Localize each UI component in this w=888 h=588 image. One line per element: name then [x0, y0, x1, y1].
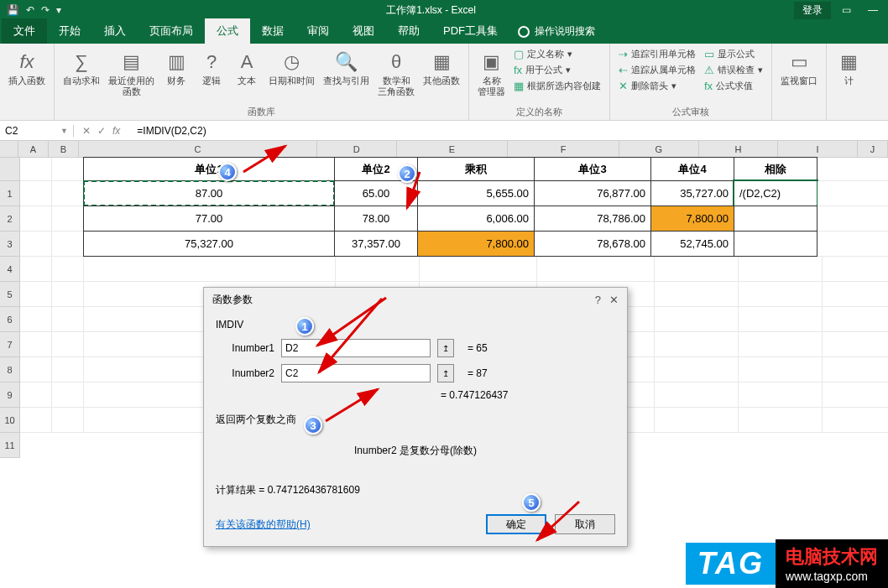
fx-button-icon[interactable]: fx	[112, 125, 120, 137]
row-header-4[interactable]: 4	[0, 257, 19, 282]
cell[interactable]	[52, 357, 84, 382]
col-header-e[interactable]: E	[397, 141, 509, 157]
cell[interactable]	[739, 282, 823, 307]
cell[interactable]	[739, 357, 823, 382]
remove-arrows-button[interactable]: ✕删除箭头 ▾	[615, 79, 699, 93]
cell-f4[interactable]: 78,678.00	[534, 231, 651, 257]
cell-c2[interactable]: 87.00	[83, 180, 335, 206]
cell[interactable]	[20, 181, 52, 206]
math-button[interactable]: θ数学和 三角函数	[374, 47, 418, 99]
cell[interactable]	[20, 257, 52, 282]
qat-dropdown-icon[interactable]: ▾	[56, 4, 61, 16]
cell[interactable]	[655, 382, 739, 408]
cancel-formula-icon[interactable]: ✕	[82, 125, 91, 137]
cell[interactable]	[817, 181, 888, 206]
row-header-6[interactable]: 6	[0, 307, 19, 332]
define-name-button[interactable]: ▢定义名称 ▾	[510, 47, 604, 61]
cell[interactable]	[52, 332, 84, 357]
cell[interactable]	[739, 257, 823, 282]
tab-layout[interactable]: 页面布局	[138, 18, 205, 44]
cell[interactable]	[739, 332, 823, 357]
cell[interactable]	[823, 307, 888, 332]
cell[interactable]	[823, 408, 888, 433]
col-header-i[interactable]: I	[778, 141, 858, 157]
cell[interactable]	[20, 382, 52, 408]
ok-button[interactable]: 确定	[486, 514, 546, 534]
minimize-icon[interactable]: —	[861, 4, 885, 16]
financial-button[interactable]: ▥财务	[159, 47, 193, 99]
dialog-close-icon[interactable]: ✕	[609, 294, 619, 306]
cell[interactable]	[20, 158, 52, 181]
cell[interactable]	[52, 158, 84, 181]
row-header-1[interactable]: 1	[0, 181, 19, 206]
cell[interactable]	[739, 307, 823, 332]
cell[interactable]	[817, 158, 888, 181]
cell[interactable]	[52, 181, 84, 206]
dialog-help-icon[interactable]: ?	[595, 294, 601, 306]
cell[interactable]	[20, 282, 52, 307]
cell-h4[interactable]	[734, 231, 817, 257]
cell[interactable]	[52, 307, 84, 332]
col-header-j[interactable]: J	[858, 141, 888, 157]
show-formulas-button[interactable]: ▭显示公式	[701, 47, 766, 61]
cell-c1[interactable]: 单位1	[83, 157, 335, 181]
cell-g2[interactable]: 35,727.00	[650, 180, 734, 206]
cell[interactable]	[52, 382, 84, 408]
tab-home[interactable]: 开始	[47, 18, 92, 44]
cell[interactable]	[817, 232, 888, 257]
cell[interactable]	[420, 257, 537, 282]
tab-data[interactable]: 数据	[250, 18, 295, 44]
cell-h2[interactable]: /(D2,C2)	[734, 180, 817, 206]
cell-e1[interactable]: 乘积	[417, 157, 535, 181]
row-header-3[interactable]: 3	[0, 232, 19, 257]
cell[interactable]	[817, 206, 888, 232]
error-check-button[interactable]: ⚠错误检查 ▾	[701, 63, 766, 77]
cell[interactable]	[655, 257, 739, 282]
cell[interactable]	[655, 357, 739, 382]
cell-f3[interactable]: 78,786.00	[534, 206, 651, 232]
cell[interactable]	[823, 382, 888, 408]
cell-e2[interactable]: 5,655.00	[417, 180, 535, 206]
ribbon-options-icon[interactable]: ▭	[834, 4, 858, 16]
redo-icon[interactable]: ↷	[41, 4, 50, 16]
cell[interactable]	[655, 307, 739, 332]
cell[interactable]	[52, 257, 84, 282]
tab-help[interactable]: 帮助	[386, 18, 431, 44]
formula-input[interactable]: =IMDIV(D2,C2)	[133, 123, 888, 138]
name-manager-button[interactable]: ▣名称 管理器	[474, 47, 509, 99]
cell-f2[interactable]: 76,877.00	[534, 180, 651, 206]
cell[interactable]	[20, 206, 52, 232]
cell-d4[interactable]: 37,357.00	[334, 231, 418, 257]
insert-function-button[interactable]: fx 插入函数	[5, 47, 49, 88]
cell[interactable]	[52, 232, 84, 257]
cell[interactable]	[20, 357, 52, 382]
recent-button[interactable]: ▤最近使用的 函数	[105, 47, 158, 99]
cell[interactable]	[20, 408, 52, 433]
use-formula-button[interactable]: fx用于公式 ▾	[510, 63, 604, 77]
row-header-11[interactable]: 11	[0, 433, 19, 458]
row-header-5[interactable]: 5	[0, 282, 19, 307]
param1-ref-button[interactable]: ↥	[437, 339, 454, 357]
cell[interactable]	[823, 257, 888, 282]
lookup-button[interactable]: 🔍查找与引用	[320, 47, 373, 99]
col-header-g[interactable]: G	[619, 141, 699, 157]
cell[interactable]	[655, 282, 739, 307]
cancel-button[interactable]: 取消	[555, 514, 615, 534]
cell-d3[interactable]: 78.00	[334, 206, 418, 232]
tab-insert[interactable]: 插入	[92, 18, 138, 44]
cell-d2[interactable]: 65.00	[334, 180, 418, 206]
cell[interactable]	[20, 307, 52, 332]
cell[interactable]	[20, 232, 52, 257]
param2-input[interactable]: C2	[281, 364, 431, 382]
col-header-d[interactable]: D	[317, 141, 397, 157]
col-header-a[interactable]: A	[18, 141, 49, 157]
autosum-button[interactable]: ∑自动求和	[60, 47, 103, 99]
cell[interactable]	[739, 382, 823, 408]
name-box-dropdown-icon[interactable]: ▼	[60, 127, 68, 135]
tab-pdf[interactable]: PDF工具集	[431, 18, 509, 44]
cell[interactable]	[20, 332, 52, 357]
cell-g1[interactable]: 单位4	[650, 157, 734, 181]
cell-g3[interactable]: 7,800.00	[650, 206, 734, 232]
more-button[interactable]: ▦其他函数	[420, 47, 463, 99]
col-header-f[interactable]: F	[508, 141, 619, 157]
